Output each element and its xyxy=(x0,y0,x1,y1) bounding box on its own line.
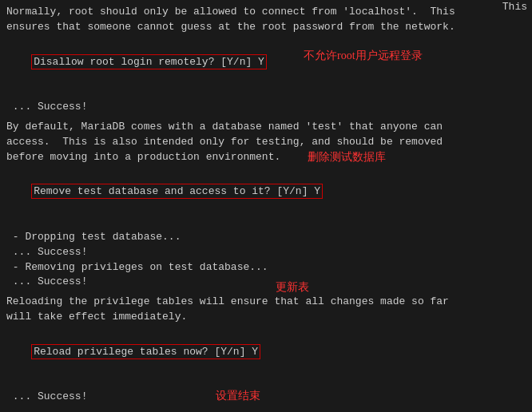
remove-prompt-box: Remove test database and access to it? [… xyxy=(31,184,323,199)
remove-line2: - Removing privileges on test database..… xyxy=(6,260,526,275)
disallow-prompt-line: Disallow root login remotely? [Y/n] Y 不允… xyxy=(6,40,526,100)
remove-prompt-line: Remove test database and access to it? [… xyxy=(6,169,526,229)
remove-success1: ... Success! xyxy=(6,245,526,260)
disallow-success: ... Success! xyxy=(6,100,526,115)
terminal-window: Normally, root should only be allowed to… xyxy=(0,0,532,412)
reload-annotation: 更新表 xyxy=(276,279,309,295)
disallow-annotation: 不允许root用户远程登录 xyxy=(304,48,423,64)
reload-success: ... Success! xyxy=(6,390,526,405)
reload-intro: Reloading the privilege tables will ensu… xyxy=(6,295,526,325)
intro-text: Normally, root should only be allowed to… xyxy=(6,5,526,35)
remove-line1: - Dropping test database... xyxy=(6,230,526,245)
disallow-prompt-box: Disallow root login remotely? [Y/n] Y xyxy=(31,54,267,69)
reload-prompt-box: Reload privilege tables now? [Y/n] Y xyxy=(31,344,260,359)
corner-this-text: This xyxy=(502,0,527,15)
test-db-intro: By default, MariaDB comes with a databas… xyxy=(6,120,526,165)
remove-success2: ... Success! xyxy=(6,275,526,290)
reload-prompt-line: Reload privilege tables now? [Y/n] Y 更新表 xyxy=(6,330,526,390)
setup-end-annotation: 设置结束 xyxy=(216,388,260,404)
remove-annotation: 删除测试数据库 xyxy=(308,149,386,165)
